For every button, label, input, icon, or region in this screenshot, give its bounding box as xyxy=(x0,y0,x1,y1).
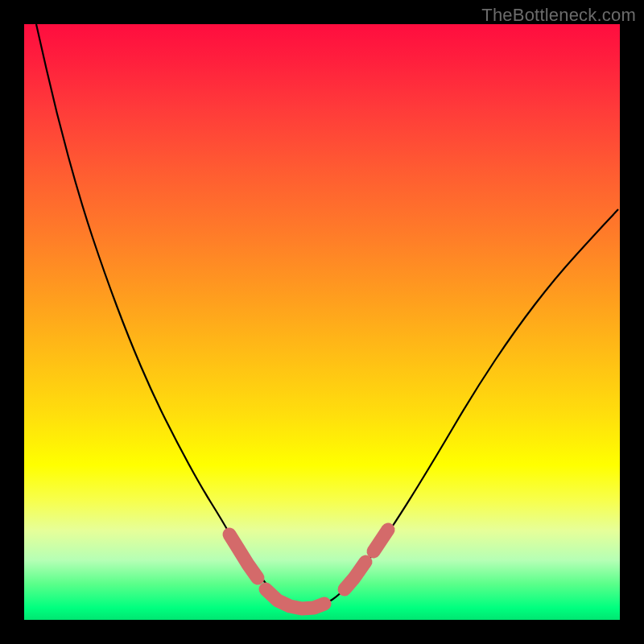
curve-svg xyxy=(24,24,620,620)
chart-frame: TheBottleneck.com xyxy=(0,0,644,644)
marker-segment-3 xyxy=(374,530,388,551)
marker-segment-0 xyxy=(229,535,258,578)
watermark-text: TheBottleneck.com xyxy=(481,5,636,26)
marker-group xyxy=(229,530,388,609)
marker-segment-1 xyxy=(266,589,324,609)
marker-segment-2 xyxy=(345,562,365,589)
plot-area xyxy=(24,24,620,620)
bottleneck-curve xyxy=(36,24,618,608)
